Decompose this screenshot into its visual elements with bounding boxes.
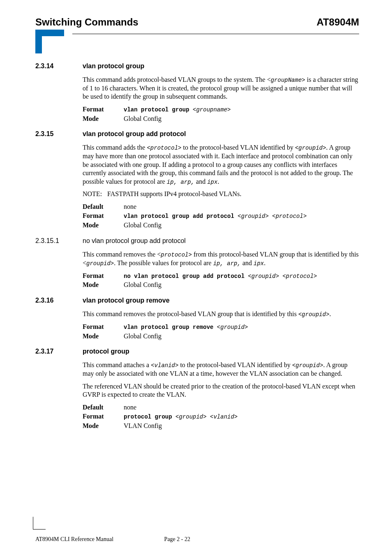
section-heading-2-3-14: 2.3.14 vlan protocol group <box>35 62 359 70</box>
row-label: Format <box>83 412 124 421</box>
row-value: Global Config <box>124 115 359 123</box>
row-value: none <box>124 203 359 211</box>
code-ital: <groupid> <protocol> <box>248 273 317 280</box>
inline-code: ipx <box>207 179 217 185</box>
default-row: Default none <box>83 403 359 412</box>
mode-row: Mode VLAN Config <box>83 422 359 430</box>
footer-corner-mark <box>33 517 46 530</box>
page-header: Switching Commands AT8904M <box>33 16 359 28</box>
mode-row: Mode Global Config <box>83 281 359 289</box>
text: to the protocol-based VLAN identified by <box>181 144 295 151</box>
text: . <box>217 178 219 185</box>
text: This command adds protocol-based VLAN gr… <box>83 76 271 83</box>
note-text: FASTPATH supports IPv4 protocol-based VL… <box>107 190 241 198</box>
text: This command removes the protocol-based … <box>83 310 298 317</box>
code-ital: <groupid> <protocol> <box>238 213 307 220</box>
inline-code: ip, arp, <box>167 179 194 185</box>
code-bold: protocol group <box>124 414 175 420</box>
format-row: Format vlan protocol group <groupname> <box>83 105 359 114</box>
section-title: no vlan protocol group add protocol <box>83 237 186 245</box>
inline-code: ip, arp, <box>213 260 241 267</box>
code-bold: vlan protocol group add protocol <box>124 213 238 220</box>
mode-row: Mode Global Config <box>83 332 359 340</box>
paragraph: This command attaches a <vlanid> to the … <box>83 361 359 378</box>
row-value: Global Config <box>124 281 359 289</box>
mode-row: Mode Global Config <box>83 221 359 229</box>
section-number: 2.3.15 <box>35 130 83 138</box>
code-ital: <groupid> <box>217 324 248 331</box>
text: This command attaches a <box>83 361 151 368</box>
section-title: vlan protocol group add protocol <box>83 130 186 138</box>
text: and <box>194 178 207 185</box>
row-value: Global Config <box>124 221 359 229</box>
header-rule <box>72 34 359 34</box>
logo-bar-left <box>35 30 42 53</box>
format-row: Format vlan protocol group add protocol … <box>83 212 359 220</box>
mode-row: Mode Global Config <box>83 115 359 123</box>
text: and <box>241 259 254 266</box>
inline-code: <groupid> <box>295 145 326 151</box>
text: . <box>330 310 331 317</box>
row-label: Mode <box>83 221 124 229</box>
section-heading-2-3-16: 2.3.16 vlan protocol group remove <box>35 297 359 304</box>
row-label: Mode <box>83 281 124 289</box>
default-row: Default none <box>83 203 359 211</box>
row-label: Mode <box>83 332 124 340</box>
code-bold: vlan protocol group remove <box>124 324 217 331</box>
text: to the protocol-based VLAN identified by <box>178 361 292 368</box>
inline-code: <groupid> <box>292 362 323 369</box>
inline-code: <groupid> <box>298 311 330 318</box>
inline-code: groupid> <box>86 260 114 267</box>
inline-code: protocol> <box>161 252 192 258</box>
section-title: vlan protocol group remove <box>83 297 170 304</box>
paragraph: The referenced VLAN should be created pr… <box>83 382 359 399</box>
section-title: protocol group <box>83 348 129 355</box>
section-number: 2.3.16 <box>35 297 83 304</box>
inline-code: ipx <box>254 260 264 267</box>
row-label: Format <box>83 323 124 331</box>
code-ital: <groupname> <box>193 106 231 113</box>
section-heading-2-3-17: 2.3.17 protocol group <box>35 348 359 355</box>
row-value: none <box>124 403 359 412</box>
code-bold: no vlan protocol group add protocol <box>124 273 248 280</box>
note-label: NOTE: <box>83 190 107 198</box>
row-label: Format <box>83 212 124 220</box>
row-label: Mode <box>83 422 124 430</box>
row-label: Mode <box>83 115 124 123</box>
code-bold: vlan protocol group <box>124 106 193 113</box>
text: This command adds the <box>83 144 147 151</box>
format-row: Format protocol group <groupid> <vlanid> <box>83 412 359 421</box>
note-row: NOTE: FASTPATH supports IPv4 protocol-ba… <box>83 190 359 198</box>
header-right: AT8904M <box>316 16 359 28</box>
header-left: Switching Commands <box>35 16 138 28</box>
row-label: Format <box>83 105 124 114</box>
paragraph: This command adds protocol-based VLAN gr… <box>83 76 359 101</box>
section-heading-2-3-15-1: 2.3.15.1 no vlan protocol group add prot… <box>35 237 359 245</box>
section-number: 2.3.14 <box>35 62 83 70</box>
inline-code: <vlanid> <box>151 362 178 369</box>
text: . The possible values for protocol are <box>114 259 213 266</box>
row-label: Default <box>83 203 124 211</box>
header-rule-area <box>35 34 359 58</box>
format-row: Format vlan protocol group remove <group… <box>83 323 359 331</box>
inline-code: <protocol> <box>147 145 181 151</box>
row-label: Format <box>83 272 124 280</box>
format-row: Format no vlan protocol group add protoc… <box>83 272 359 280</box>
paragraph: This command removes the <protocol> from… <box>83 250 359 268</box>
section-number: 2.3.17 <box>35 348 83 355</box>
footer-page: Page 2 - 22 <box>164 536 190 543</box>
section-number: 2.3.15.1 <box>35 237 83 245</box>
section-title: vlan protocol group <box>83 62 144 70</box>
row-value: VLAN Config <box>124 422 359 430</box>
text: This command removes the < <box>83 251 161 258</box>
page-footer: AT8904M CLI Reference Manual Page 2 - 22 <box>33 517 359 543</box>
row-value: Global Config <box>124 332 359 340</box>
row-label: Default <box>83 403 124 412</box>
section-heading-2-3-15: 2.3.15 vlan protocol group add protocol <box>35 130 359 138</box>
text: . <box>264 259 265 266</box>
code-ital: <groupid> <vlanid> <box>175 414 238 420</box>
brand-logo <box>35 30 64 53</box>
paragraph: This command removes the protocol-based … <box>83 310 359 319</box>
inline-code: groupName> <box>271 77 305 83</box>
paragraph: This command adds the <protocol> to the … <box>83 143 359 186</box>
